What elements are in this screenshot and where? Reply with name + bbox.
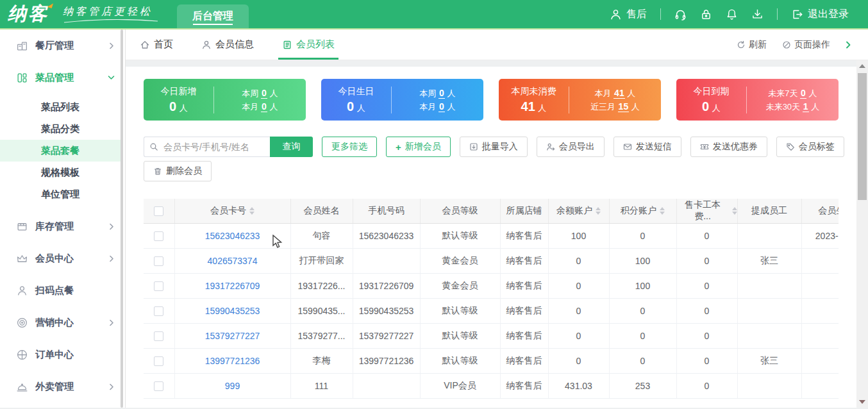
row-checkbox[interactable]: [154, 356, 163, 366]
lock-icon[interactable]: [700, 8, 712, 21]
backend-manage-tab[interactable]: 后台管理: [177, 4, 249, 28]
main-area: 首页 会员信息 会员列表 刷新 页面操作: [126, 29, 868, 408]
send-coupon-button[interactable]: 发送优惠券: [690, 137, 767, 157]
toolbar-row-1: 查询 更多筛选 +新增会员 批量导入 会员导出: [144, 137, 839, 157]
query-button[interactable]: 查询: [270, 137, 313, 157]
main-scrollbar[interactable]: [856, 60, 868, 408]
sidebar-item-inventory[interactable]: 库存管理: [0, 210, 125, 242]
member-card-link[interactable]: 19317226709: [205, 281, 260, 291]
logout-label: 退出登录: [808, 8, 849, 21]
member-card-link[interactable]: 15379277227: [205, 331, 260, 341]
logout-button[interactable]: 退出登录: [791, 8, 849, 21]
header-name: 会员姓名: [290, 199, 353, 223]
batch-import-button[interactable]: 批量导入: [460, 137, 528, 157]
header-birthday: 会员生: [801, 199, 839, 223]
header-card-fee[interactable]: 售卡工本费...: [676, 199, 737, 223]
sidebar-item-member-center[interactable]: 会员中心: [0, 242, 125, 274]
page-operations-icon: [782, 40, 791, 49]
sidebar-item-marketing[interactable]: 营销中心: [0, 306, 125, 338]
search-input[interactable]: [144, 137, 270, 157]
row-checkbox[interactable]: [154, 381, 163, 391]
sort-icon: [249, 207, 255, 215]
box-icon: [16, 221, 28, 233]
delete-member-button[interactable]: 删除会员: [144, 161, 212, 181]
header-balance[interactable]: 余额账户: [548, 199, 609, 223]
row-checkbox[interactable]: [154, 256, 163, 266]
scroll-up-arrow[interactable]: [859, 64, 865, 68]
stat-cards-row: 今日新增 0 人 本周 0 人 本月 0 人 今日生日: [144, 67, 839, 121]
divider: [660, 8, 661, 20]
member-card-link[interactable]: 15623046233: [205, 231, 260, 241]
logout-icon: [791, 8, 803, 21]
header-level: 会员等级: [420, 199, 500, 223]
sidebar-item-restaurant[interactable]: 餐厅管理: [0, 29, 125, 62]
import-icon: [469, 142, 478, 151]
submenu-item-dish-combo[interactable]: 菜品套餐: [0, 140, 122, 162]
search-icon: [149, 142, 158, 151]
sort-icon: [660, 207, 665, 215]
sidebar-item-orders[interactable]: 订单中心: [0, 338, 125, 371]
plus-icon: +: [396, 142, 401, 153]
header-card-no[interactable]: 会员卡号: [174, 199, 290, 223]
sidebar-scrollbar[interactable]: [121, 29, 123, 408]
refresh-button[interactable]: 刷新: [737, 39, 767, 51]
stat-card-expire-today: 今日到期 0 人 未来7天 0 人 未来30天 1 人: [676, 79, 839, 121]
row-checkbox[interactable]: [154, 231, 163, 241]
breadcrumb-tabbar: 首页 会员信息 会员列表 刷新 页面操作: [126, 29, 868, 60]
tab-member-list[interactable]: 会员列表: [282, 29, 335, 60]
chevron-right-icon: [109, 42, 115, 49]
user-label: 售后: [626, 8, 647, 21]
app-root: 纳客 纳客管店更轻松 后台管理 售后 退出登录: [0, 0, 868, 409]
stat-card-new-today: 今日新增 0 人 本周 0 人 本月 0 人: [144, 79, 306, 121]
target-icon: [16, 317, 28, 329]
clipboard-icon: [282, 40, 292, 50]
submenu-item-dish-list[interactable]: 菜品列表: [0, 96, 125, 118]
scroll-down-arrow[interactable]: [859, 400, 865, 404]
member-card-link[interactable]: 4026573374: [208, 256, 258, 266]
row-checkbox[interactable]: [154, 331, 163, 341]
tab-member-info[interactable]: 会员信息: [201, 29, 254, 60]
more-filter-button[interactable]: 更多筛选: [322, 137, 377, 157]
coupon-icon: [700, 142, 709, 151]
row-checkbox[interactable]: [154, 281, 163, 291]
chevron-right-icon[interactable]: [846, 41, 851, 49]
header-store: 所属店铺: [500, 199, 548, 223]
brand-logo: 纳客: [8, 1, 49, 27]
chevron-right-icon: [109, 383, 115, 390]
submenu-item-unit-manage[interactable]: 单位管理: [0, 183, 125, 205]
member-card-link[interactable]: 999: [225, 381, 240, 391]
download-icon[interactable]: [751, 8, 764, 21]
member-export-button[interactable]: 会员导出: [537, 137, 605, 157]
sidebar-item-dishes[interactable]: 菜品管理: [0, 62, 125, 94]
divider: [777, 8, 778, 20]
stat-card-no-consume-week: 本周未消费 41 人 本月 41 人 近三月 15 人: [499, 79, 661, 121]
chevron-right-icon: [109, 319, 115, 326]
member-tag-button[interactable]: 会员标签: [776, 137, 844, 157]
member-table: 会员卡号 会员姓名 手机号码 会员等级 所属店铺 余额账户 积分账户 售卡工本费…: [144, 199, 839, 399]
bell-icon[interactable]: [726, 8, 738, 21]
trash-icon: [153, 167, 162, 176]
submenu-item-spec-template[interactable]: 规格模板: [0, 162, 125, 183]
slogan-underline: [63, 19, 159, 24]
user-account-button[interactable]: 售后: [610, 8, 647, 21]
sidebar-item-takeout[interactable]: 外卖管理: [0, 371, 125, 403]
add-member-button[interactable]: +新增会员: [386, 137, 451, 157]
sidebar-item-scan-order[interactable]: 扫码点餐: [0, 274, 125, 306]
submenu-item-dish-category[interactable]: 菜品分类: [0, 118, 125, 140]
member-card-link[interactable]: 15990435253: [205, 306, 260, 316]
scrollbar-thumb[interactable]: [858, 73, 867, 200]
headset-icon[interactable]: [674, 8, 687, 21]
sidebar-item-clipped[interactable]: [0, 403, 125, 408]
page-operations-button[interactable]: 页面操作: [782, 39, 830, 51]
row-checkbox[interactable]: [154, 306, 163, 316]
header-points[interactable]: 积分账户: [609, 199, 676, 223]
send-sms-button[interactable]: 发送短信: [613, 137, 681, 157]
sort-icon: [732, 207, 737, 215]
tab-home[interactable]: 首页: [140, 29, 173, 60]
select-all-checkbox[interactable]: [154, 206, 163, 216]
home-icon: [140, 40, 150, 50]
table-row: 19317226709 19317226... 19317226709 黄金会员…: [144, 273, 839, 298]
backend-tab-label: 后台管理: [192, 10, 233, 23]
envelope-icon: [623, 142, 632, 151]
member-card-link[interactable]: 13997721236: [205, 356, 260, 366]
